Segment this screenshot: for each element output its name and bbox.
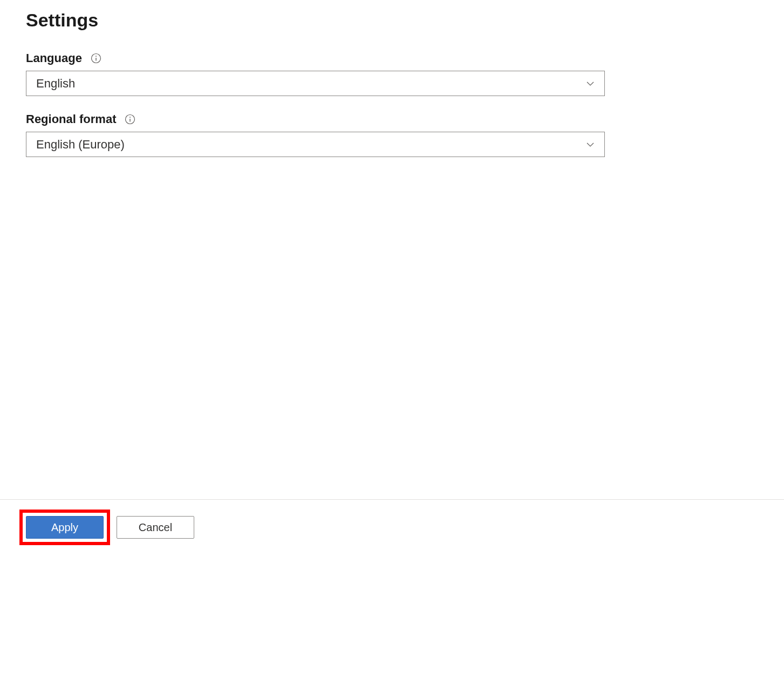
language-dropdown[interactable]: English	[26, 71, 605, 96]
footer-buttons: Apply Cancel	[19, 510, 194, 545]
regional-format-label: Regional format	[26, 112, 116, 126]
regional-format-label-row: Regional format	[26, 112, 758, 126]
language-label-row: Language	[26, 51, 758, 65]
cancel-button[interactable]: Cancel	[117, 516, 194, 539]
footer-divider	[0, 499, 784, 500]
language-label: Language	[26, 51, 82, 65]
regional-format-dropdown[interactable]: English (Europe)	[26, 132, 605, 157]
regional-format-dropdown-value: English (Europe)	[36, 138, 125, 152]
apply-button[interactable]: Apply	[26, 516, 104, 539]
chevron-down-icon	[586, 79, 595, 88]
language-field-group: Language English	[26, 51, 758, 96]
chevron-down-icon	[586, 140, 595, 149]
apply-highlight: Apply	[19, 510, 110, 545]
svg-point-4	[130, 117, 131, 118]
regional-format-field-group: Regional format English (Europe)	[26, 112, 758, 157]
settings-panel: Settings Language English Regional for	[0, 0, 784, 157]
info-icon[interactable]	[125, 114, 135, 125]
svg-point-1	[96, 56, 97, 57]
page-title: Settings	[26, 10, 758, 31]
language-dropdown-value: English	[36, 77, 75, 91]
info-icon[interactable]	[91, 53, 101, 64]
